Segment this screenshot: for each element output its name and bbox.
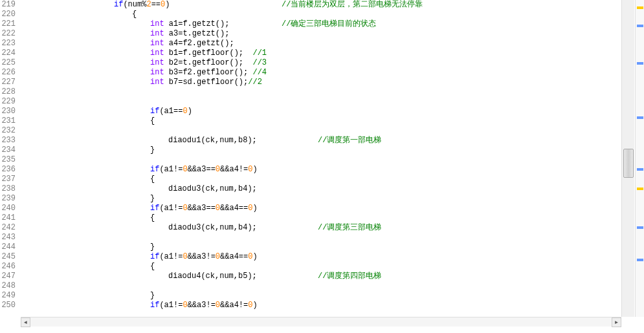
comment: //当前楼层为双层，第二部电梯无法停靠	[282, 0, 423, 10]
line-number: 246	[0, 262, 16, 272]
code-line[interactable]: int b7=sd.getfloor();//2	[21, 78, 621, 87]
comment: //调度第一部电梯	[318, 136, 381, 145]
code-line[interactable]: }	[21, 242, 621, 252]
hscroll-left-arrow[interactable]: ◄	[21, 317, 30, 327]
line-number: 236	[0, 165, 16, 175]
code-line[interactable]: diaodu3(ck,num,b4);	[21, 184, 621, 194]
line-number: 244	[0, 242, 16, 252]
line-number: 239	[0, 194, 16, 204]
line-number: 220	[0, 10, 16, 19]
code-line[interactable]: int a3=t.getzt();	[21, 29, 621, 39]
code-line[interactable]: }	[21, 145, 621, 155]
line-number: 248	[0, 281, 16, 291]
line-number: 249	[0, 291, 16, 301]
vertical-scrollbar[interactable]	[621, 0, 634, 317]
comment: //确定三部电梯目前的状态	[282, 19, 376, 29]
line-number: 234	[0, 145, 16, 155]
line-number: 232	[0, 126, 16, 136]
line-gutter: 2192202212222232242252262272282292302312…	[0, 0, 21, 317]
code-line[interactable]: int a1=f.getzt();//确定三部电梯目前的状态	[21, 19, 621, 29]
code-line[interactable]: int b3=f2.getfloor(); //4	[21, 68, 621, 78]
line-number: 230	[0, 107, 16, 116]
line-number: 233	[0, 136, 16, 145]
line-number: 231	[0, 116, 16, 126]
code-line[interactable]: {	[21, 213, 621, 223]
vertical-scrollbar-thumb[interactable]	[623, 149, 634, 178]
code-line[interactable]: if(a1!=0&&a3==0&&a4!=0)	[21, 165, 621, 175]
code-line[interactable]	[21, 233, 621, 242]
line-number: 245	[0, 252, 16, 262]
line-number: 247	[0, 272, 16, 281]
marker[interactable]	[637, 25, 643, 27]
code-line[interactable]: {	[21, 10, 621, 19]
comment: //调度第四部电梯	[318, 272, 381, 281]
code-area[interactable]: if(num%2==0)//当前楼层为双层，第二部电梯无法停靠{int a1=f…	[21, 0, 621, 317]
line-number: 224	[0, 48, 16, 58]
marker[interactable]	[637, 168, 643, 171]
line-number: 228	[0, 87, 16, 97]
marker[interactable]	[637, 259, 643, 261]
code-line[interactable]: diaodu4(ck,num,b5);//调度第四部电梯	[21, 272, 621, 281]
line-number: 250	[0, 301, 16, 310]
code-line[interactable]: }	[21, 194, 621, 204]
code-line[interactable]: int b2=t.getfloor(); //3	[21, 58, 621, 68]
line-number: 235	[0, 155, 16, 165]
horizontal-scrollbar[interactable]: ◄ ►	[21, 317, 621, 327]
code-line[interactable]: {	[21, 262, 621, 272]
code-line[interactable]: int b1=f.getfloor(); //1	[21, 48, 621, 58]
marker[interactable]	[637, 116, 643, 119]
line-number: 222	[0, 29, 16, 39]
code-line[interactable]	[21, 155, 621, 165]
code-line[interactable]	[21, 281, 621, 291]
line-number: 237	[0, 175, 16, 184]
line-number: 225	[0, 58, 16, 68]
hscroll-right-arrow[interactable]: ►	[612, 317, 621, 327]
line-number: 240	[0, 204, 16, 213]
code-line[interactable]	[21, 126, 621, 136]
line-number: 226	[0, 68, 16, 78]
code-line[interactable]: if(num%2==0)//当前楼层为双层，第二部电梯无法停靠	[21, 0, 621, 10]
line-number: 241	[0, 213, 16, 223]
code-line[interactable]: }	[21, 291, 621, 301]
marker[interactable]	[637, 226, 643, 229]
code-line[interactable]	[21, 97, 621, 107]
code-line[interactable]: if(a1==0)	[21, 107, 621, 116]
code-line[interactable]: {	[21, 116, 621, 126]
line-number: 221	[0, 19, 16, 29]
code-line[interactable]	[21, 87, 621, 97]
code-line[interactable]: if(a1!=0&&a3!=0&&a4!=0)	[21, 301, 621, 310]
editor-container: 2192202212222232242252262272282292302312…	[0, 0, 621, 317]
marker-bar[interactable]	[635, 0, 644, 317]
code-line[interactable]: {	[21, 175, 621, 184]
code-line[interactable]: int a4=f2.getzt();	[21, 39, 621, 48]
line-number: 227	[0, 78, 16, 87]
marker[interactable]	[637, 188, 643, 190]
line-number: 223	[0, 39, 16, 48]
marker[interactable]	[637, 62, 643, 65]
code-line[interactable]: if(a1!=0&&a3!=0&&a4==0)	[21, 252, 621, 262]
line-number: 238	[0, 184, 16, 194]
code-line[interactable]: diaodu1(ck,num,b8);//调度第一部电梯	[21, 136, 621, 145]
line-number: 229	[0, 97, 16, 107]
code-line[interactable]: if(a1!=0&&a3==0&&a4==0)	[21, 204, 621, 213]
comment: //调度第三部电梯	[318, 223, 381, 233]
line-number: 242	[0, 223, 16, 233]
line-number: 219	[0, 0, 16, 10]
marker[interactable]	[637, 6, 643, 9]
code-line[interactable]: diaodu3(ck,num,b4);//调度第三部电梯	[21, 223, 621, 233]
line-number: 243	[0, 233, 16, 242]
